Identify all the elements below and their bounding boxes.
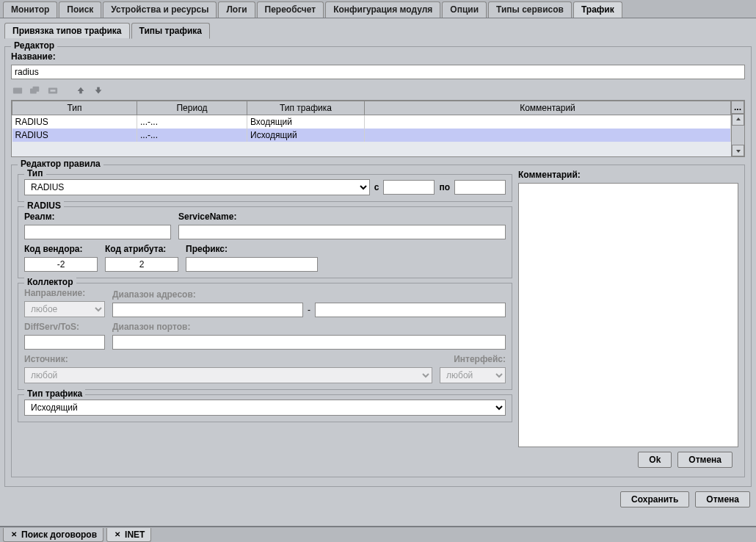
source-label: Источник: <box>24 354 432 364</box>
bottom-tab-label: INET <box>125 530 145 540</box>
scroll-down-icon[interactable] <box>732 145 744 156</box>
cell-comment <box>365 115 731 129</box>
sub-tabstrip: Привязка типов трафика Типы трафика <box>0 20 756 39</box>
prefix-input[interactable] <box>186 257 318 272</box>
addr-range-label: Диапазон адресов: <box>112 289 506 300</box>
bottom-tabbar: ✕ Поиск договоров ✕ INET <box>0 526 756 542</box>
subtab-traffic-types[interactable]: Типы трафика <box>131 23 211 39</box>
save-button[interactable]: Сохранить <box>620 491 689 507</box>
tab-recalc[interactable]: Переобсчет <box>257 1 324 18</box>
cell-period: ...-... <box>137 115 247 129</box>
traffic-type-group: Тип трафика Исходящий <box>18 394 512 422</box>
cancel-rule-button[interactable]: Отмена <box>677 452 733 468</box>
delete-rule-icon[interactable] <box>46 84 59 97</box>
table-menu-button[interactable]: ... <box>731 101 744 114</box>
bottom-tab-label: Поиск договоров <box>21 530 97 540</box>
dash-separator: - <box>308 305 310 315</box>
type-legend: Тип <box>24 168 46 178</box>
svg-rect-2 <box>33 87 40 92</box>
table-row[interactable]: RADIUS ...-... Входящий <box>12 115 731 129</box>
cell-period: ...-... <box>137 129 247 142</box>
scroll-up-icon[interactable] <box>732 114 744 126</box>
col-comment[interactable]: Комментарий <box>365 101 731 115</box>
tab-traffic[interactable]: Трафик <box>573 1 622 18</box>
editor-legend: Редактор <box>11 40 57 51</box>
type-group: Тип RADIUS с по <box>18 174 512 202</box>
service-name-input[interactable] <box>178 225 506 239</box>
radius-group: RADIUS Реалм: ServiceName: Код <box>18 206 512 278</box>
radius-legend: RADIUS <box>24 200 64 211</box>
svg-rect-5 <box>79 90 82 93</box>
to-label: по <box>439 182 450 192</box>
collector-legend: Коллектор <box>24 277 76 287</box>
rules-table[interactable]: Тип Период Тип трафика Комментарий RADIU… <box>12 101 731 142</box>
close-icon[interactable]: ✕ <box>113 530 122 539</box>
traffic-type-legend: Тип трафика <box>24 389 85 399</box>
cell-type: RADIUS <box>12 129 137 142</box>
tab-devices[interactable]: Устройства и ресурсы <box>103 1 217 18</box>
rules-table-wrap: Тип Период Тип трафика Комментарий RADIU… <box>11 100 745 157</box>
tos-label: DiffServ/ToS: <box>24 322 105 332</box>
period-to-input[interactable] <box>454 180 506 195</box>
add-rule-icon[interactable] <box>11 84 24 97</box>
prefix-label: Префикс: <box>186 244 506 254</box>
interface-select: любой <box>440 367 506 383</box>
col-traffic-type[interactable]: Тип трафика <box>247 101 365 115</box>
bottom-tab-inet[interactable]: ✕ INET <box>106 528 151 542</box>
move-down-icon[interactable] <box>92 84 105 97</box>
realm-input[interactable] <box>24 225 171 239</box>
ok-button[interactable]: Ok <box>638 452 672 468</box>
tab-service-types[interactable]: Типы сервисов <box>488 1 572 18</box>
tab-logs[interactable]: Логи <box>218 1 255 18</box>
cell-type: RADIUS <box>12 115 137 129</box>
table-scrollbar[interactable] <box>731 114 744 156</box>
tab-search[interactable]: Поиск <box>59 1 101 18</box>
name-input[interactable] <box>11 65 745 79</box>
bottom-tab-contracts[interactable]: ✕ Поиск договоров <box>3 528 103 542</box>
close-icon[interactable]: ✕ <box>10 530 18 539</box>
cell-traffic: Исходящий <box>247 129 365 142</box>
attr-code-input[interactable] <box>105 257 178 272</box>
copy-rule-icon[interactable] <box>29 84 42 97</box>
cell-traffic: Входящий <box>247 115 365 129</box>
interface-label: Интерфейс: <box>440 354 506 364</box>
cell-comment <box>365 129 731 142</box>
traffic-type-select[interactable]: Исходящий <box>24 400 506 416</box>
realm-label: Реалм: <box>24 212 171 222</box>
vendor-code-label: Код вендора: <box>24 244 98 254</box>
direction-select: любое <box>24 301 105 317</box>
addr-range-to-input <box>315 303 506 317</box>
cancel-button[interactable]: Отмена <box>695 491 750 507</box>
tab-monitor[interactable]: Монитор <box>3 1 57 18</box>
tos-input <box>24 335 105 350</box>
comment-textarea[interactable] <box>518 183 738 447</box>
svg-rect-6 <box>97 87 100 90</box>
port-range-label: Диапазон портов: <box>112 322 506 332</box>
table-row[interactable]: RADIUS ...-... Исходящий <box>12 129 731 142</box>
collector-group: Коллектор Направление: любое Диапазон ад… <box>18 283 512 390</box>
col-period[interactable]: Период <box>137 101 247 115</box>
addr-range-from-input <box>112 303 303 317</box>
subtab-traffic-binding[interactable]: Привязка типов трафика <box>4 23 130 39</box>
tab-options[interactable]: Опции <box>442 1 487 18</box>
name-label: Название: <box>11 51 745 62</box>
attr-code-label: Код атрибута: <box>105 244 178 254</box>
service-name-label: ServiceName: <box>178 212 506 222</box>
period-from-input[interactable] <box>383 180 435 195</box>
svg-rect-0 <box>13 88 22 94</box>
move-up-icon[interactable] <box>74 84 87 97</box>
port-range-input <box>112 335 506 350</box>
rule-editor-legend: Редактор правила <box>18 159 103 169</box>
tab-module-config[interactable]: Конфигурация модуля <box>325 1 440 18</box>
grid-toolbar <box>11 84 745 97</box>
source-select: любой <box>24 367 432 383</box>
type-select[interactable]: RADIUS <box>24 179 370 195</box>
top-tabstrip: Монитор Поиск Устройства и ресурсы Логи … <box>0 0 756 18</box>
vendor-code-input[interactable] <box>24 257 98 272</box>
col-type[interactable]: Тип <box>12 101 137 115</box>
svg-rect-4 <box>51 90 56 92</box>
comment-label: Комментарий: <box>518 170 738 180</box>
rule-editor-frame: Редактор правила Тип RADIUS с по <box>11 165 745 477</box>
direction-label: Направление: <box>24 288 105 298</box>
editor-frame: Редактор Название: Тип Период Тип трафик… <box>4 46 752 487</box>
